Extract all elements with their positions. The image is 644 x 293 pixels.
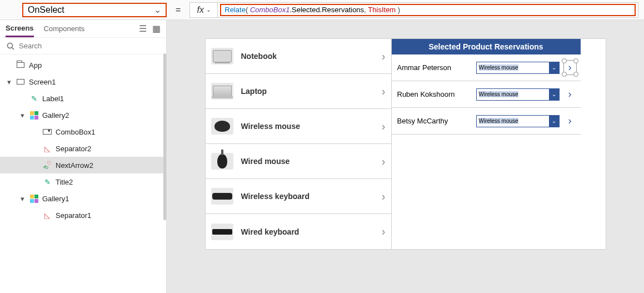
product-thumb: [211, 153, 233, 170]
reservation-combobox[interactable]: Wireless mouse⌄: [476, 115, 560, 127]
fx-label[interactable]: fx ⌄: [190, 3, 218, 17]
formula-bar: fx ⌄ Relate( ComboBox1.Selected.Reservat…: [189, 2, 638, 18]
property-dropdown-value: OnSelect: [28, 5, 64, 15]
product-name: Notebook: [241, 52, 374, 61]
combobox-value: Wireless mouse: [477, 91, 549, 97]
products-gallery: Notebook›Laptop›Wireless mouse›Wired mou…: [206, 39, 392, 249]
formula-bar-row: OnSelect ⌄ = fx ⌄ Relate( ComboBox1.Sele…: [0, 0, 644, 20]
tree-item-app[interactable]: App: [0, 57, 166, 73]
tree-item-label: NextArrow2: [56, 161, 93, 170]
tree-item-nextarrow2[interactable]: NextArrow2: [0, 157, 166, 173]
expand-icon[interactable]: ▾: [19, 195, 26, 203]
expand-icon[interactable]: ▾: [6, 78, 12, 86]
list-view-icon[interactable]: ☰: [139, 23, 147, 34]
app-frame: Notebook›Laptop›Wireless mouse›Wired mou…: [206, 39, 606, 249]
tree-item-label: Separator2: [56, 145, 91, 153]
tree-item-label: Gallery1: [42, 195, 69, 203]
reservation-combobox[interactable]: Wireless mouse⌄: [476, 62, 560, 74]
product-thumb: [211, 224, 233, 240]
sidebar-tools: ☰ ▦: [139, 23, 161, 34]
tree-item-gallery1[interactable]: ▾Gallery1: [0, 190, 166, 207]
chevron-right-icon[interactable]: ›: [382, 155, 386, 168]
product-name: Laptop: [241, 87, 374, 96]
product-row[interactable]: Laptop›: [206, 74, 392, 109]
chevron-right-icon[interactable]: ›: [382, 85, 386, 98]
chevron-right-icon[interactable]: ›: [382, 50, 386, 63]
tree-item-separator2[interactable]: ◺Separator2: [0, 140, 166, 157]
product-thumb: [211, 188, 233, 205]
combobox-value: Wireless mouse: [477, 118, 549, 124]
tree-item-label: ComboBox1: [56, 128, 96, 136]
grid-view-icon[interactable]: ▦: [152, 23, 161, 34]
product-row[interactable]: Notebook›: [206, 39, 392, 74]
product-row[interactable]: Wireless keyboard›: [206, 179, 392, 214]
expand-icon[interactable]: ▾: [19, 111, 26, 120]
chevron-down-icon[interactable]: ⌄: [549, 62, 559, 73]
next-arrow-icon[interactable]: ›: [565, 88, 575, 100]
product-thumb: [211, 118, 233, 135]
chevron-down-icon: ⌄: [154, 4, 161, 15]
reservation-name: Ammar Peterson: [397, 63, 471, 72]
design-canvas: Notebook›Laptop›Wireless mouse›Wired mou…: [167, 20, 644, 293]
reservation-name: Betsy McCarthy: [397, 117, 471, 125]
tree-view: App▾Screen1✎Label1▾Gallery2ComboBox1◺Sep…: [0, 54, 166, 293]
sidebar-tabs: Screens Components ☰ ▦: [0, 20, 166, 38]
reservations-gallery: Ammar PetersonWireless mouse⌄›Ruben Koks…: [392, 54, 581, 135]
product-name: Wired mouse: [241, 157, 374, 166]
next-arrow-icon[interactable]: ›: [565, 115, 575, 127]
svg-line-1: [12, 47, 14, 49]
reservation-row: Ruben KokshoornWireless mouse⌄›: [392, 81, 581, 108]
chevron-down-icon: ⌄: [206, 7, 211, 13]
chevron-right-icon[interactable]: ›: [382, 190, 386, 203]
tree-item-separator1[interactable]: ◺Separator1: [0, 207, 166, 224]
tree-item-title2[interactable]: ✎Title2: [0, 173, 166, 190]
tree-item-label: Screen1: [29, 78, 56, 86]
combobox-value: Wireless mouse: [477, 64, 549, 71]
tree-item-label: Separator1: [56, 211, 91, 220]
search-icon: [7, 42, 14, 50]
reservation-combobox[interactable]: Wireless mouse⌄: [476, 88, 560, 101]
search-row: [0, 38, 166, 54]
tree-item-label: Gallery2: [42, 111, 69, 120]
tree-item-combobox1[interactable]: ComboBox1: [0, 123, 166, 140]
tree-item-label: Title2: [56, 178, 73, 186]
product-name: Wireless keyboard: [241, 192, 374, 201]
formula-input[interactable]: Relate( ComboBox1.Selected.Reservations,…: [220, 4, 636, 16]
fx-text: fx: [197, 5, 204, 15]
reservations-panel: Selected Product Reservations Ammar Pete…: [392, 39, 581, 249]
tree-item-gallery2[interactable]: ▾Gallery2: [0, 107, 166, 123]
reservation-row: Betsy McCarthyWireless mouse⌄›: [392, 108, 581, 135]
product-row[interactable]: Wired mouse›: [206, 144, 392, 179]
tab-components[interactable]: Components: [44, 21, 85, 36]
svg-point-0: [8, 43, 13, 48]
tree-sidebar: Screens Components ☰ ▦ App▾Screen1✎Label…: [0, 20, 167, 293]
tree-item-label1[interactable]: ✎Label1: [0, 90, 166, 107]
reservations-header: Selected Product Reservations: [392, 39, 581, 54]
product-name: Wireless mouse: [241, 122, 374, 131]
product-name: Wired keyboard: [241, 227, 374, 236]
tab-screens[interactable]: Screens: [6, 21, 34, 37]
product-thumb: [211, 83, 233, 100]
tree-item-label: App: [29, 61, 42, 69]
search-input[interactable]: [19, 42, 159, 50]
main-area: Screens Components ☰ ▦ App▾Screen1✎Label…: [0, 20, 644, 293]
product-row[interactable]: Wired keyboard›: [206, 214, 392, 249]
chevron-down-icon[interactable]: ⌄: [549, 89, 559, 100]
next-arrow-icon[interactable]: ›: [565, 62, 575, 73]
reservation-name: Ruben Kokshoorn: [397, 90, 471, 98]
reservation-row: Ammar PetersonWireless mouse⌄›: [392, 54, 581, 81]
tree-item-label: Label1: [42, 95, 64, 103]
chevron-right-icon[interactable]: ›: [382, 225, 386, 238]
chevron-down-icon[interactable]: ⌄: [549, 116, 559, 127]
chevron-right-icon[interactable]: ›: [382, 120, 386, 133]
product-thumb: [211, 48, 233, 64]
property-dropdown[interactable]: OnSelect ⌄: [22, 3, 167, 17]
tree-item-screen1[interactable]: ▾Screen1: [0, 73, 166, 90]
product-row[interactable]: Wireless mouse›: [206, 109, 392, 144]
equals-sign: =: [172, 5, 184, 15]
